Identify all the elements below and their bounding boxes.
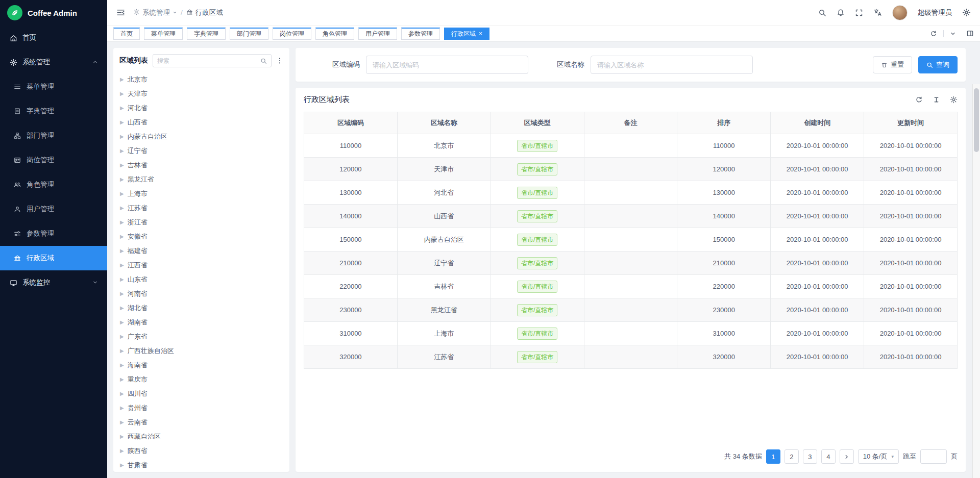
- caret-right-icon[interactable]: ▶: [120, 406, 124, 411]
- tab-options-chevron-icon[interactable]: [950, 31, 956, 37]
- tree-item-广西壮族自治区[interactable]: ▶广西壮族自治区: [113, 344, 289, 358]
- caret-right-icon[interactable]: ▶: [120, 234, 124, 239]
- menu-fold-icon[interactable]: [116, 8, 125, 17]
- sidebar-item-部门管理[interactable]: 部门管理: [0, 123, 107, 148]
- sidebar-item-菜单管理[interactable]: 菜单管理: [0, 74, 107, 99]
- sidebar-item-角色管理[interactable]: 角色管理: [0, 172, 107, 197]
- region-name-input[interactable]: [591, 56, 753, 74]
- tab-行政区域[interactable]: 行政区域×: [444, 28, 489, 40]
- tree-more-dots-icon[interactable]: [276, 57, 283, 64]
- caret-right-icon[interactable]: ▶: [120, 391, 124, 396]
- tree-item-山东省[interactable]: ▶山东省: [113, 272, 289, 287]
- caret-right-icon[interactable]: ▶: [120, 191, 124, 196]
- translate-icon[interactable]: [873, 8, 882, 17]
- tree-item-河南省[interactable]: ▶河南省: [113, 287, 289, 301]
- caret-right-icon[interactable]: ▶: [120, 420, 124, 425]
- bell-icon[interactable]: [837, 9, 845, 17]
- tree-item-甘肃省[interactable]: ▶甘肃省: [113, 458, 289, 472]
- sidebar-item-字典管理[interactable]: 字典管理: [0, 99, 107, 123]
- window-scrollbar[interactable]: [972, 84, 980, 478]
- sidebar-item-system[interactable]: 系统管理: [0, 50, 107, 74]
- tab-字典管理[interactable]: 字典管理: [187, 28, 226, 40]
- caret-right-icon[interactable]: ▶: [120, 463, 124, 468]
- tree-item-海南省[interactable]: ▶海南省: [113, 358, 289, 372]
- fullscreen-icon[interactable]: [855, 9, 863, 17]
- tab-角色管理[interactable]: 角色管理: [315, 28, 354, 40]
- caret-right-icon[interactable]: ▶: [120, 163, 124, 168]
- region-code-input[interactable]: [366, 56, 528, 74]
- sidebar-item-monitor[interactable]: 系统监控: [0, 270, 107, 295]
- tab-close-icon[interactable]: ×: [479, 31, 482, 37]
- page-button-3[interactable]: 3: [803, 449, 817, 464]
- caret-right-icon[interactable]: ▶: [120, 434, 124, 439]
- caret-right-icon[interactable]: ▶: [120, 377, 124, 382]
- user-avatar[interactable]: [892, 5, 908, 20]
- tree-item-吉林省[interactable]: ▶吉林省: [113, 158, 289, 172]
- next-page-button[interactable]: [840, 449, 854, 464]
- page-button-2[interactable]: 2: [785, 449, 799, 464]
- caret-right-icon[interactable]: ▶: [120, 106, 124, 111]
- caret-right-icon[interactable]: ▶: [120, 291, 124, 296]
- tab-参数管理[interactable]: 参数管理: [401, 28, 440, 40]
- table-row-110000[interactable]: 110000北京市省市/直辖市1100002020-10-01 00:00:00…: [304, 134, 958, 158]
- table-row-140000[interactable]: 140000山西省省市/直辖市1400002020-10-01 00:00:00…: [304, 205, 958, 228]
- caret-right-icon[interactable]: ▶: [120, 77, 124, 82]
- tree-item-福建省[interactable]: ▶福建省: [113, 244, 289, 258]
- page-size-select[interactable]: 10 条/页 ▾: [858, 449, 899, 464]
- sidebar-item-岗位管理[interactable]: 岗位管理: [0, 148, 107, 172]
- refresh-icon[interactable]: [930, 30, 937, 37]
- sidebar-item-home[interactable]: 首页: [0, 26, 107, 50]
- page-button-4[interactable]: 4: [821, 449, 836, 464]
- table-row-310000[interactable]: 310000上海市省市/直辖市3100002020-10-01 00:00:00…: [304, 322, 958, 345]
- page-button-1[interactable]: 1: [766, 449, 780, 464]
- sidebar-item-行政区域[interactable]: 行政区域: [0, 246, 107, 270]
- tree-item-重庆市[interactable]: ▶重庆市: [113, 372, 289, 387]
- caret-right-icon[interactable]: ▶: [120, 363, 124, 368]
- tab-岗位管理[interactable]: 岗位管理: [273, 28, 311, 40]
- tree-item-江西省[interactable]: ▶江西省: [113, 258, 289, 272]
- sidebar-item-用户管理[interactable]: 用户管理: [0, 197, 107, 221]
- tree-item-山西省[interactable]: ▶山西省: [113, 115, 289, 130]
- table-row-130000[interactable]: 130000河北省省市/直辖市1300002020-10-01 00:00:00…: [304, 181, 958, 205]
- tree-item-内蒙古自治区[interactable]: ▶内蒙古自治区: [113, 130, 289, 144]
- tree-search-input[interactable]: [157, 57, 257, 64]
- search-icon[interactable]: [818, 9, 826, 17]
- row-density-icon[interactable]: [933, 96, 940, 104]
- tree-item-黑龙江省[interactable]: ▶黑龙江省: [113, 172, 289, 187]
- table-row-230000[interactable]: 230000黑龙江省省市/直辖市2300002020-10-01 00:00:0…: [304, 298, 958, 322]
- tab-用户管理[interactable]: 用户管理: [358, 28, 397, 40]
- tree-item-贵州省[interactable]: ▶贵州省: [113, 401, 289, 415]
- caret-right-icon[interactable]: ▶: [120, 220, 124, 225]
- panel-layout-icon[interactable]: [966, 30, 974, 37]
- caret-right-icon[interactable]: ▶: [120, 306, 124, 311]
- tab-部门管理[interactable]: 部门管理: [230, 28, 268, 40]
- caret-right-icon[interactable]: ▶: [120, 206, 124, 211]
- search-icon[interactable]: [260, 58, 267, 64]
- tree-item-陕西省[interactable]: ▶陕西省: [113, 444, 289, 458]
- reset-button[interactable]: 重置: [873, 56, 912, 73]
- caret-right-icon[interactable]: ▶: [120, 277, 124, 282]
- settings-gear-icon[interactable]: [962, 8, 971, 17]
- jump-page-input[interactable]: [920, 449, 947, 464]
- caret-right-icon[interactable]: ▶: [120, 334, 124, 339]
- tree-item-云南省[interactable]: ▶云南省: [113, 415, 289, 430]
- tree-item-安徽省[interactable]: ▶安徽省: [113, 230, 289, 244]
- tree-item-辽宁省[interactable]: ▶辽宁省: [113, 144, 289, 158]
- table-row-150000[interactable]: 150000内蒙古自治区省市/直辖市1500002020-10-01 00:00…: [304, 228, 958, 251]
- tree-item-浙江省[interactable]: ▶浙江省: [113, 215, 289, 230]
- caret-right-icon[interactable]: ▶: [120, 148, 124, 154]
- sidebar-item-参数管理[interactable]: 参数管理: [0, 221, 107, 246]
- caret-right-icon[interactable]: ▶: [120, 448, 124, 454]
- caret-right-icon[interactable]: ▶: [120, 348, 124, 354]
- tree-item-四川省[interactable]: ▶四川省: [113, 387, 289, 401]
- refresh-icon[interactable]: [915, 96, 923, 104]
- tree-item-上海市[interactable]: ▶上海市: [113, 187, 289, 201]
- tree-item-湖南省[interactable]: ▶湖南省: [113, 315, 289, 330]
- caret-right-icon[interactable]: ▶: [120, 91, 124, 96]
- caret-right-icon[interactable]: ▶: [120, 177, 124, 182]
- table-row-210000[interactable]: 210000辽宁省省市/直辖市2100002020-10-01 00:00:00…: [304, 251, 958, 275]
- scrollbar-thumb[interactable]: [974, 88, 979, 152]
- table-row-320000[interactable]: 320000江苏省省市/直辖市3200002020-10-01 00:00:00…: [304, 345, 958, 369]
- caret-right-icon[interactable]: ▶: [120, 248, 124, 254]
- search-button[interactable]: 查询: [918, 56, 958, 73]
